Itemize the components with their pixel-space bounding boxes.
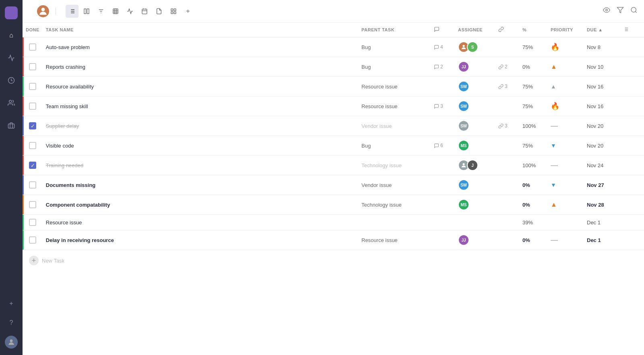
filter-view-btn[interactable] xyxy=(95,5,107,18)
due-date: Nov 20 xyxy=(587,143,603,149)
sidebar-item-clock[interactable] xyxy=(5,74,18,87)
priority-cell: ▼ xyxy=(547,175,584,195)
task-checkbox[interactable] xyxy=(29,181,36,189)
priority-urgent-icon: 🔥 xyxy=(551,102,559,110)
avatar: SW xyxy=(458,179,469,191)
task-checkbox[interactable]: ✓ xyxy=(29,162,36,169)
link-cell xyxy=(495,195,519,215)
task-name-cell[interactable]: Supplier delay xyxy=(43,116,358,136)
due-cell: Nov 20 xyxy=(584,136,620,156)
new-task-row[interactable]: + New Task xyxy=(23,250,644,271)
add-view-btn[interactable]: + xyxy=(182,5,194,18)
parent-task-cell: Resource issue xyxy=(358,77,431,96)
task-checkbox[interactable]: ✓ xyxy=(29,122,36,129)
svg-point-29 xyxy=(606,9,608,11)
task-checkbox[interactable] xyxy=(29,236,36,244)
task-name-cell[interactable]: Reports crashing xyxy=(43,57,358,77)
priority-down-icon: ▼ xyxy=(551,182,556,188)
task-name-cell[interactable]: Component compatability xyxy=(43,195,358,215)
due-date: Nov 16 xyxy=(587,103,603,109)
priority-cell xyxy=(547,215,584,230)
task-checkbox[interactable] xyxy=(29,103,36,110)
svg-rect-27 xyxy=(171,12,173,14)
calendar-view-btn[interactable] xyxy=(138,5,151,18)
due-cell: Nov 24 xyxy=(584,156,620,175)
task-checkbox[interactable] xyxy=(29,63,36,70)
add-workspace-icon[interactable]: + xyxy=(5,297,18,310)
comment-cell xyxy=(431,156,455,175)
link-cell xyxy=(495,156,519,175)
eye-icon[interactable] xyxy=(603,6,610,16)
actions-cell xyxy=(620,96,644,116)
avatar: MS xyxy=(458,199,469,210)
assignee-cell: J xyxy=(455,156,495,175)
task-name-cell[interactable]: Team missing skill xyxy=(43,96,358,116)
percent-value: 75% xyxy=(522,103,533,109)
add-task-icon[interactable]: + xyxy=(29,256,39,265)
col-percent: % xyxy=(519,23,547,37)
parent-task-cell: Bug xyxy=(358,57,431,77)
header-user-avatar[interactable] xyxy=(37,5,49,17)
task-name-text: Resource availability xyxy=(46,84,94,90)
link-cell xyxy=(495,96,519,116)
task-name-cell[interactable]: Training needed xyxy=(43,156,358,175)
board-view-btn[interactable] xyxy=(80,5,93,18)
parent-task-text: Technology issue xyxy=(361,162,402,168)
parent-task-text: Resource issue xyxy=(361,237,398,243)
task-checkbox[interactable] xyxy=(29,219,36,226)
info-view-btn[interactable] xyxy=(167,5,180,18)
svg-rect-12 xyxy=(87,9,89,14)
user-avatar-sidebar[interactable] xyxy=(5,336,18,349)
task-name-cell[interactable]: Visible code xyxy=(43,136,358,156)
due-cell: Nov 8 xyxy=(584,37,620,57)
task-name-cell[interactable]: Auto-save problem xyxy=(43,37,358,57)
doc-view-btn[interactable] xyxy=(153,5,165,18)
search-icon[interactable] xyxy=(630,6,638,16)
task-checkbox[interactable] xyxy=(29,83,36,90)
app-logo[interactable] xyxy=(5,6,18,19)
sidebar-item-users[interactable] xyxy=(5,96,18,109)
actions-cell xyxy=(620,175,644,195)
svg-rect-16 xyxy=(113,9,118,14)
sidebar-item-home[interactable]: ⌂ xyxy=(5,29,18,42)
percent-cell: 100% xyxy=(519,156,547,175)
priority-high-icon: ▲ xyxy=(551,201,557,208)
sidebar-item-activity[interactable] xyxy=(5,51,18,64)
sidebar-item-briefcase[interactable] xyxy=(5,119,18,132)
parent-task-cell: Technology issue xyxy=(358,156,431,175)
comment-cell xyxy=(431,215,455,230)
link-cell xyxy=(495,215,519,230)
table-row: Reports crashing Bug 2 JJ 2 0% ▲ Nov 10 xyxy=(23,57,644,77)
help-icon[interactable]: ? xyxy=(5,316,18,329)
task-checkbox[interactable] xyxy=(29,142,36,149)
percent-cell: 39% xyxy=(519,215,547,230)
task-checkbox[interactable] xyxy=(29,43,36,51)
due-cell: Nov 16 xyxy=(584,77,620,96)
percent-cell: 75% xyxy=(519,37,547,57)
task-name-cell[interactable]: Resource issue xyxy=(43,215,358,230)
parent-task-text: Bug xyxy=(361,64,371,70)
percent-value: 0% xyxy=(522,202,530,208)
assignee-cell xyxy=(455,215,495,230)
assignee-list: MS xyxy=(458,199,492,210)
main-content: + DONE TASK NAME PARENT TASK xyxy=(23,0,644,355)
assignee-cell: JJ xyxy=(455,230,495,250)
due-cell: Dec 1 xyxy=(584,230,620,250)
task-name-cell[interactable]: Documents missing xyxy=(43,175,358,195)
chart-view-btn[interactable] xyxy=(124,5,136,18)
priority-down-icon: ▼ xyxy=(551,142,556,149)
priority-urgent-icon: 🔥 xyxy=(551,43,559,51)
filter-icon[interactable] xyxy=(617,6,624,16)
table-view-btn[interactable] xyxy=(109,5,122,18)
table-row: Visible code Bug 6 MS 75% ▼ Nov 20 xyxy=(23,136,644,156)
parent-task-cell: Bug xyxy=(358,136,431,156)
done-cell xyxy=(23,175,43,195)
task-checkbox[interactable] xyxy=(29,201,36,208)
svg-point-3 xyxy=(10,339,13,342)
task-name-cell[interactable]: Delay in receiving resource xyxy=(43,230,358,250)
percent-cell: 75% xyxy=(519,77,547,96)
list-view-btn[interactable] xyxy=(66,5,78,18)
task-name-cell[interactable]: Resource availability xyxy=(43,77,358,96)
comment-cell: 4 xyxy=(431,37,455,57)
done-cell xyxy=(23,230,43,250)
